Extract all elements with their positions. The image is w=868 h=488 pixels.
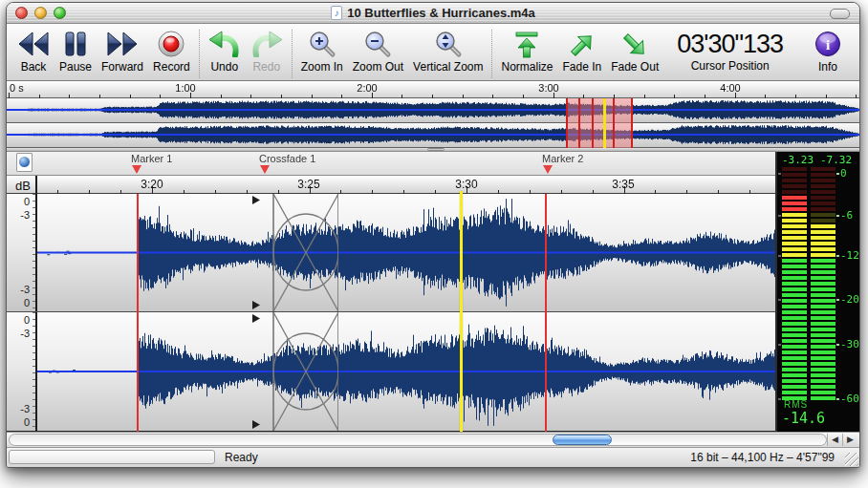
overview-waveform-left[interactable] bbox=[7, 98, 859, 122]
pause-icon bbox=[63, 29, 88, 59]
db-unit-label: dB bbox=[7, 176, 37, 194]
overview-ruler-label: 0 s bbox=[10, 82, 24, 94]
overview-playback-cursor[interactable] bbox=[603, 98, 606, 148]
back-button[interactable]: Back bbox=[12, 28, 54, 74]
crossfade-region[interactable] bbox=[250, 194, 338, 311]
record-icon bbox=[157, 29, 185, 59]
redo-button[interactable]: Redo bbox=[246, 28, 288, 74]
waveform-right-channel[interactable] bbox=[37, 312, 775, 431]
marker-triangle-icon[interactable] bbox=[132, 165, 141, 174]
overview-selection[interactable] bbox=[567, 98, 633, 148]
fade-handle-icon bbox=[252, 420, 260, 429]
marker-2[interactable]: Marker 2 bbox=[542, 153, 583, 174]
toolbar-toggle-button[interactable] bbox=[830, 9, 850, 19]
main-ruler-label: 3:25 bbox=[297, 178, 319, 191]
scroll-left-button[interactable]: ◀ bbox=[827, 434, 842, 446]
channel-left: 0 -3 -3 0 bbox=[7, 194, 775, 312]
vertical-zoom-button[interactable]: Vertical Zoom bbox=[408, 28, 488, 74]
overview-waveform-right[interactable] bbox=[7, 123, 859, 147]
main-ruler-label: 3:35 bbox=[612, 178, 634, 191]
toolbar-separator bbox=[199, 30, 200, 78]
main-editor: Marker 1 Crossfade 1 Marker 2 dB 3:20 3: bbox=[7, 152, 859, 432]
info-icon: i bbox=[814, 29, 841, 59]
undo-icon bbox=[208, 29, 241, 59]
forward-icon bbox=[106, 29, 139, 59]
rms-value: -14.6 bbox=[782, 410, 825, 427]
fade-out-button[interactable]: Fade Out bbox=[606, 28, 663, 74]
scrollbar-thumb[interactable] bbox=[553, 435, 612, 445]
splitter-handle[interactable] bbox=[427, 148, 445, 151]
marker-2-line bbox=[545, 194, 547, 432]
db-scale-right-channel: 0 -3 -3 0 bbox=[7, 312, 37, 431]
fade-in-button[interactable]: Fade In bbox=[557, 28, 606, 74]
zoom-window-button[interactable] bbox=[54, 7, 66, 19]
progress-area bbox=[9, 450, 215, 464]
title-bar[interactable]: ♪ 10 Butterflies & Hurricanes.m4a bbox=[7, 3, 859, 24]
cursor-position-display: 03'30"133 Cursor Position bbox=[677, 28, 783, 73]
close-button[interactable] bbox=[15, 7, 28, 19]
cursor-position-value: 03'30"133 bbox=[677, 29, 783, 59]
audio-globe-icon bbox=[19, 157, 30, 167]
peak-value-right: -7.32 bbox=[820, 154, 852, 166]
marker-1[interactable]: Marker 1 bbox=[131, 153, 172, 174]
format-info: 16 bit – 44,100 Hz – 4'57"99 bbox=[690, 451, 835, 464]
toolbar-separator bbox=[292, 30, 293, 78]
overview-ruler-label: 3:00 bbox=[538, 82, 558, 94]
info-button[interactable]: i Info bbox=[810, 28, 846, 74]
scrollbar-track[interactable] bbox=[9, 434, 827, 446]
playback-cursor[interactable] bbox=[460, 191, 463, 432]
audio-file-proxy-icon[interactable] bbox=[16, 153, 33, 172]
channel-right: 0 -3 -3 0 bbox=[7, 312, 775, 432]
record-button[interactable]: Record bbox=[148, 28, 195, 74]
fade-in-icon bbox=[568, 29, 597, 59]
fade-out-icon bbox=[620, 29, 649, 59]
overview-marker-line bbox=[578, 98, 580, 148]
marker-strip[interactable]: Marker 1 Crossfade 1 Marker 2 bbox=[7, 152, 775, 175]
zoom-in-button[interactable]: Zoom In bbox=[296, 28, 348, 74]
undo-button[interactable]: Undo bbox=[204, 28, 246, 74]
overview-selection-end-line bbox=[631, 98, 633, 148]
pause-button[interactable]: Pause bbox=[54, 28, 97, 74]
overview-time-ruler[interactable]: 0 s 1:00 2:00 3:00 4:00 bbox=[7, 81, 859, 98]
normalize-button[interactable]: Normalize bbox=[496, 28, 557, 74]
window-title: 10 Butterflies & Hurricanes.m4a bbox=[347, 6, 535, 20]
rms-label: RMS bbox=[784, 399, 808, 410]
main-time-ruler[interactable]: 3:20 3:25 3:30 3:35 bbox=[37, 176, 775, 194]
status-bar: Ready 16 bit – 44,100 Hz – 4'57"99 bbox=[7, 447, 859, 467]
peak-value-left: -3.23 bbox=[782, 154, 814, 166]
marker-1-line bbox=[137, 194, 139, 432]
forward-button[interactable]: Forward bbox=[97, 28, 148, 74]
title-group: ♪ 10 Butterflies & Hurricanes.m4a bbox=[331, 6, 535, 20]
overview-ruler-label: 1:00 bbox=[175, 82, 195, 94]
overview-ruler-label: 4:00 bbox=[720, 82, 740, 94]
horizontal-scrollbar[interactable]: ◀ ▶ bbox=[7, 432, 859, 447]
waveform-left-channel[interactable] bbox=[37, 194, 775, 311]
zoom-in-icon bbox=[308, 29, 336, 59]
overview-marker-line bbox=[613, 98, 615, 148]
toolbar: Back Pause Forward Record Undo bbox=[7, 24, 859, 81]
level-meter-leds bbox=[777, 152, 859, 432]
minimize-button[interactable] bbox=[34, 7, 47, 19]
waveform-canvas-left[interactable] bbox=[37, 194, 775, 311]
vertical-zoom-icon bbox=[434, 29, 463, 59]
level-meter: -3.23 -7.32 0 -6 -12 -20 -30 -60 RMS -14… bbox=[775, 152, 859, 432]
fade-handle-icon bbox=[252, 314, 260, 323]
crossfade-region[interactable] bbox=[250, 312, 338, 431]
zoom-out-button[interactable]: Zoom Out bbox=[348, 28, 408, 74]
marker-triangle-icon[interactable] bbox=[543, 165, 553, 174]
overview-marker-line bbox=[592, 98, 594, 148]
overview-waveform[interactable] bbox=[7, 98, 859, 148]
overview-ruler-label: 2:00 bbox=[357, 82, 377, 94]
marker-crossfade-1[interactable]: Crossfade 1 bbox=[259, 153, 315, 174]
back-icon bbox=[17, 29, 50, 59]
fade-handle-icon bbox=[252, 301, 260, 309]
resize-grip[interactable] bbox=[845, 453, 858, 466]
normalize-icon bbox=[512, 29, 541, 59]
svg-text:i: i bbox=[826, 37, 830, 53]
overview-selection-start-line bbox=[566, 98, 568, 148]
scroll-right-button[interactable]: ▶ bbox=[842, 434, 857, 446]
waveform-canvas-right[interactable] bbox=[37, 312, 775, 431]
toolbar-separator bbox=[491, 30, 492, 78]
zoom-out-icon bbox=[363, 29, 392, 59]
marker-triangle-icon[interactable] bbox=[260, 165, 270, 174]
